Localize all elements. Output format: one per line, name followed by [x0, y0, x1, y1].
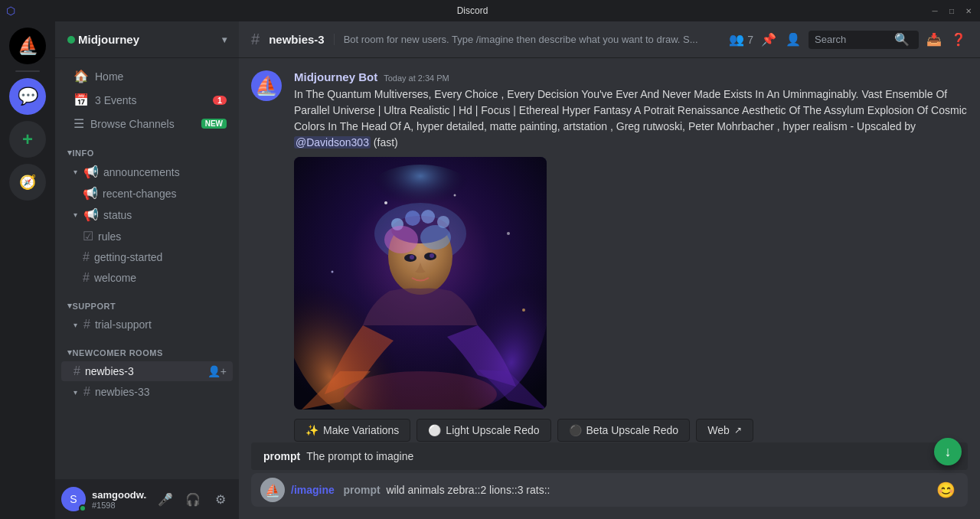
prompt-message: prompt The prompt to imagine: [251, 442, 968, 470]
member-count: 👥 7: [729, 32, 753, 47]
server-icon-discord[interactable]: 💬: [9, 78, 46, 115]
section-newcomer-rooms[interactable]: ▾ NEWCOMER ROOMS: [55, 335, 239, 361]
prompt-label: prompt: [263, 450, 300, 462]
expand-arrow: ▾: [74, 388, 77, 397]
server-header-chevron: ▾: [222, 34, 227, 45]
hash-icon: #: [83, 385, 90, 399]
message-speed: (fast): [374, 136, 398, 149]
main-content: # newbies-3 Bot room for new users. Type…: [239, 21, 980, 519]
message-text-suffix: - Upscaled by: [851, 120, 916, 132]
slash-command-label: /imagine prompt: [291, 484, 386, 496]
light-upscale-label: Light Upscale Redo: [446, 424, 539, 436]
section-support[interactable]: ▾ SUPPORT: [55, 289, 239, 314]
web-label: Web: [707, 424, 730, 436]
add-server-button[interactable]: +: [9, 121, 46, 158]
members-icon: 👥: [729, 32, 744, 47]
svg-point-19: [454, 194, 456, 197]
server-sidebar: ⛵ 💬 + 🧭: [0, 21, 55, 519]
beta-upscale-label: Beta Upscale Redo: [586, 424, 679, 436]
channel-newbies-33[interactable]: ▾ # newbies-33: [61, 382, 233, 402]
message-content: Midjourney Bot Today at 2:34 PM In The Q…: [294, 70, 968, 442]
search-input[interactable]: [815, 34, 891, 45]
mute-button[interactable]: 🎤: [153, 487, 178, 511]
channel-trial-support[interactable]: ▾ # trial-support: [61, 315, 233, 335]
titlebar: ⬡ Discord ─ □ ✕: [0, 0, 980, 21]
search-bar[interactable]: 🔍: [808, 31, 919, 49]
section-newcomer-label: NEWCOMER ROOMS: [73, 348, 163, 357]
maximize-button[interactable]: □: [946, 5, 957, 16]
user-name: samgoodw...: [92, 489, 147, 501]
member-count-number: 7: [747, 34, 753, 46]
user-tag: #1598: [92, 501, 147, 510]
nav-item-browse[interactable]: ☰ Browse Channels NEW: [61, 112, 233, 135]
events-badge: 1: [213, 96, 227, 105]
make-variations-button[interactable]: ✨ Make Variations: [294, 419, 410, 442]
web-button[interactable]: Web ↗: [696, 419, 753, 442]
channel-rules[interactable]: ☑ rules: [61, 226, 233, 246]
inbox-button[interactable]: 📥: [925, 31, 943, 49]
channel-recent-changes[interactable]: 📢 recent-changes: [61, 183, 233, 204]
channel-newbies-3[interactable]: # newbies-3 👤+: [61, 361, 233, 381]
deafen-button[interactable]: 🎧: [181, 487, 205, 511]
add-member-icon[interactable]: 👤+: [207, 365, 227, 377]
server-divider: [15, 70, 40, 72]
scroll-to-bottom-button[interactable]: ↓: [934, 438, 962, 465]
message-author: Midjourney Bot: [294, 70, 377, 83]
help-button[interactable]: ❓: [949, 31, 968, 49]
nav-item-events[interactable]: 📅 3 Events 1: [61, 88, 233, 112]
light-upscale-icon: ⚪: [428, 424, 441, 436]
pin-button[interactable]: 📌: [760, 31, 778, 49]
channel-welcome[interactable]: # welcome: [61, 268, 233, 288]
emoji-picker-button[interactable]: 😊: [933, 478, 959, 502]
explore-servers-button[interactable]: 🧭: [9, 164, 46, 201]
scroll-down-icon: ↓: [945, 444, 952, 460]
hash-icon: #: [83, 250, 90, 264]
window-controls: ─ □ ✕: [929, 5, 974, 16]
channel-list: 🏠 Home 📅 3 Events 1 ☰ Browse Channels NE…: [55, 58, 239, 479]
megaphone-icon: 📢: [83, 207, 99, 222]
add-member-button[interactable]: 👤: [784, 31, 802, 49]
minimize-button[interactable]: ─: [929, 5, 940, 16]
hash-icon: #: [83, 318, 90, 331]
user-controls: 🎤 🎧 ⚙: [153, 487, 233, 511]
header-actions: 👥 7 📌 👤 🔍 📥 ❓: [729, 31, 968, 49]
message-timestamp: Today at 2:34 PM: [384, 73, 449, 83]
user-area: S samgoodw... #1598 🎤 🎧 ⚙: [55, 479, 239, 519]
channel-label: trial-support: [95, 318, 152, 331]
input-area: ⛵ /imagine prompt 😊: [239, 473, 980, 519]
channel-getting-started[interactable]: # getting-started: [61, 247, 233, 267]
section-info[interactable]: ▾ INFO: [55, 135, 239, 161]
prompt-description: The prompt to imagine: [306, 450, 413, 462]
channel-label: announcements: [103, 166, 180, 178]
message-avatar: ⛵: [251, 70, 282, 101]
channel-header-description: Bot room for new users. Type /imagine th…: [334, 34, 720, 45]
hash-icon: #: [74, 364, 80, 378]
user-avatar-letter: S: [70, 493, 77, 505]
server-header[interactable]: Midjourney ▾: [55, 21, 239, 58]
settings-button[interactable]: ⚙: [208, 487, 233, 511]
user-status-indicator: [79, 504, 87, 512]
mention-link[interactable]: @Davidson303: [294, 136, 371, 149]
close-button[interactable]: ✕: [963, 5, 974, 16]
svg-point-9: [421, 210, 435, 224]
channel-label: newbies-33: [95, 386, 150, 398]
nav-item-home[interactable]: 🏠 Home: [61, 64, 233, 88]
channel-status[interactable]: ▾ 📢 status: [61, 204, 233, 225]
svg-point-8: [405, 211, 420, 226]
calendar-icon: 📅: [74, 93, 89, 107]
external-link-icon: ↗: [734, 425, 742, 436]
command-input[interactable]: [386, 481, 933, 499]
svg-point-16: [430, 253, 434, 258]
channel-sidebar: Midjourney ▾ 🏠 Home 📅 3 Events 1 ☰ Brows…: [55, 21, 239, 519]
channel-label: status: [103, 209, 132, 221]
channel-announcements[interactable]: ▾ 📢 announcements: [61, 162, 233, 182]
server-icon-midjourney[interactable]: ⛵: [9, 28, 46, 64]
bot-input-avatar: ⛵: [260, 478, 285, 502]
expand-arrow: ▾: [74, 168, 77, 176]
image-attachment[interactable]: [294, 157, 547, 410]
light-upscale-redo-button[interactable]: ⚪ Light Upscale Redo: [416, 419, 550, 442]
beta-upscale-redo-button[interactable]: ⚫ Beta Upscale Redo: [557, 419, 691, 442]
megaphone-icon: 📢: [83, 165, 99, 179]
message-header: Midjourney Bot Today at 2:34 PM: [294, 70, 968, 83]
server-name: Midjourney: [78, 33, 139, 46]
